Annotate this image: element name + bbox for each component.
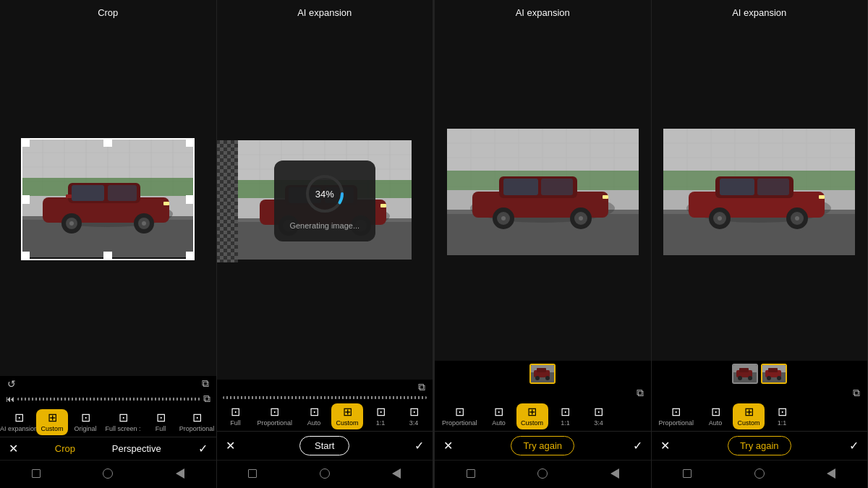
generating-overlay: 34% Generating image... bbox=[274, 160, 375, 241]
ai-nav-bar-2 bbox=[435, 460, 651, 485]
tool-full[interactable]: ⊡ Full bbox=[145, 409, 176, 435]
confirm-button-2[interactable]: ✓ bbox=[414, 439, 424, 453]
svg-rect-126 bbox=[768, 368, 778, 372]
tool-original[interactable]: ⊡ Original bbox=[69, 409, 101, 435]
thumb-3[interactable] bbox=[761, 364, 787, 384]
expand-icon-4[interactable]: ⧉ bbox=[853, 387, 860, 399]
thumb-1[interactable] bbox=[529, 364, 556, 384]
crop-panel: Crop bbox=[0, 0, 217, 488]
crop-container bbox=[21, 138, 195, 260]
nav-square-btn[interactable] bbox=[29, 466, 43, 481]
tool-3-4-3[interactable]: ⊡ 3:4 bbox=[583, 403, 615, 429]
tool-auto-3[interactable]: ⊡ Auto bbox=[483, 403, 515, 429]
custom-icon-2: ⊞ bbox=[343, 406, 352, 418]
svg-point-88 bbox=[545, 376, 550, 380]
ai-action-bar-3: ✕ Try again ✓ bbox=[652, 431, 868, 460]
tool-1-1-3[interactable]: ⊡ 1:1 bbox=[550, 403, 582, 429]
nav-circle-btn-2[interactable] bbox=[318, 466, 332, 481]
tool-custom-2[interactable]: ⊞ Custom bbox=[331, 403, 363, 429]
crop-toolbar: ↺ ⧉ ⏮ ⧉ ⊡ AI expansion ⊞ Custom ⊡ Origin… bbox=[0, 376, 216, 488]
nav-circle-btn-4[interactable] bbox=[752, 466, 767, 481]
ai-expansion-title-3: AI expansion bbox=[652, 0, 868, 22]
tool-proportional-4[interactable]: ⊡ Proportional bbox=[655, 403, 699, 429]
progress-ring: 34% bbox=[303, 172, 346, 215]
expand-icon-2[interactable]: ⧉ bbox=[418, 381, 425, 393]
svg-point-22 bbox=[69, 221, 74, 226]
cancel-button-4[interactable]: ✕ bbox=[660, 439, 670, 453]
cancel-button-2[interactable]: ✕ bbox=[226, 439, 235, 453]
nav-square-icon bbox=[32, 469, 41, 478]
timeline[interactable] bbox=[17, 398, 200, 401]
svg-rect-82 bbox=[603, 195, 608, 199]
custom-icon-4: ⊞ bbox=[744, 406, 754, 418]
confirm-button-4[interactable]: ✓ bbox=[849, 439, 859, 453]
crop-car-image bbox=[21, 138, 195, 257]
cancel-button[interactable]: ✕ bbox=[9, 442, 18, 455]
ai-container-1: 34% Generating image... bbox=[238, 140, 412, 262]
svg-rect-27 bbox=[66, 194, 72, 198]
cancel-button-3[interactable]: ✕ bbox=[443, 439, 453, 453]
timeline-2[interactable] bbox=[223, 396, 427, 399]
3-4-icon-3: ⊡ bbox=[594, 406, 603, 418]
nav-circle-icon-3 bbox=[537, 468, 548, 479]
thumb-img-3 bbox=[762, 365, 786, 382]
svg-point-112 bbox=[718, 216, 722, 221]
nav-circle-btn[interactable] bbox=[101, 466, 115, 481]
confirm-button-3[interactable]: ✓ bbox=[633, 439, 642, 453]
nav-back-btn-4[interactable] bbox=[824, 466, 838, 481]
thumb-img-1 bbox=[531, 365, 554, 382]
ai-nav-bar-1 bbox=[217, 460, 433, 485]
svg-point-122 bbox=[748, 376, 752, 380]
tool-auto-4[interactable]: ⊡ Auto bbox=[699, 403, 731, 429]
tool-proportional-2[interactable]: ⊡ Proportional bbox=[253, 403, 297, 429]
svg-rect-86 bbox=[537, 368, 546, 372]
tool-fullscreen[interactable]: ⊡ Full screen : bbox=[103, 409, 143, 435]
tool-proportional[interactable]: ⊡ Proportional bbox=[178, 409, 216, 435]
ai-expansion-image-area-2 bbox=[435, 22, 651, 361]
original-icon: ⊡ bbox=[81, 412, 90, 424]
tool-ai-expansion[interactable]: ⊡ AI expansion bbox=[3, 409, 35, 435]
start-button[interactable]: Start bbox=[299, 436, 349, 455]
tool-auto-2[interactable]: ⊡ Auto bbox=[298, 403, 330, 429]
tool-custom-4[interactable]: ⊞ Custom bbox=[733, 403, 765, 429]
ai-top-icons-2: ⧉ bbox=[435, 385, 651, 401]
ai-toolbar-2: ⧉ ⊡ Proportional ⊡ Auto ⊞ Custom ⊡ 1:1 ⊡… bbox=[435, 361, 651, 488]
svg-point-78 bbox=[501, 216, 506, 221]
svg-rect-19 bbox=[108, 185, 137, 201]
try-again-button-2[interactable]: Try again bbox=[728, 436, 791, 455]
tool-3-4-2[interactable]: ⊡ 3:4 bbox=[398, 403, 430, 429]
nav-back-btn-3[interactable] bbox=[608, 466, 622, 481]
nav-back-btn[interactable] bbox=[173, 466, 187, 481]
try-again-button-1[interactable]: Try again bbox=[511, 436, 574, 455]
thumb-2[interactable] bbox=[732, 364, 758, 384]
tool-full-2[interactable]: ⊡ Full bbox=[220, 403, 252, 429]
svg-point-87 bbox=[535, 376, 540, 380]
expand-icon[interactable]: ⧉ bbox=[202, 377, 209, 390]
skip-back-icon[interactable]: ⏮ bbox=[6, 394, 14, 404]
nav-triangle-icon-4 bbox=[827, 468, 835, 479]
tool-1-1-4[interactable]: ⊡ 1:1 bbox=[766, 403, 798, 429]
nav-circle-btn-3[interactable] bbox=[535, 466, 550, 481]
confirm-button[interactable]: ✓ bbox=[198, 442, 208, 455]
copy-icon[interactable]: ⧉ bbox=[203, 393, 210, 405]
svg-point-25 bbox=[142, 221, 146, 226]
nav-circle-icon bbox=[103, 468, 113, 479]
tool-1-1-2[interactable]: ⊡ 1:1 bbox=[365, 403, 396, 429]
nav-square-icon-4 bbox=[683, 469, 692, 478]
nav-square-btn-3[interactable] bbox=[464, 466, 478, 481]
ai-action-bar-2: ✕ Try again ✓ bbox=[435, 431, 651, 460]
tool-proportional-3[interactable]: ⊡ Proportional bbox=[438, 403, 482, 429]
nav-square-btn-4[interactable] bbox=[680, 466, 694, 481]
tool-custom[interactable]: ⊞ Custom bbox=[36, 409, 68, 435]
checkered-area bbox=[217, 140, 238, 262]
nav-back-btn-2[interactable] bbox=[389, 466, 404, 481]
nav-square-btn-2[interactable] bbox=[245, 466, 260, 481]
tool-custom-3[interactable]: ⊞ Custom bbox=[516, 403, 548, 429]
3-4-icon-2: ⊡ bbox=[409, 406, 419, 418]
svg-rect-108 bbox=[720, 179, 754, 195]
expand-icon-3[interactable]: ⧉ bbox=[637, 387, 644, 399]
fullscreen-icon: ⊡ bbox=[119, 412, 128, 424]
svg-rect-74 bbox=[503, 179, 538, 195]
rotate-icon[interactable]: ↺ bbox=[7, 378, 16, 390]
crop-title: Crop bbox=[0, 0, 216, 22]
